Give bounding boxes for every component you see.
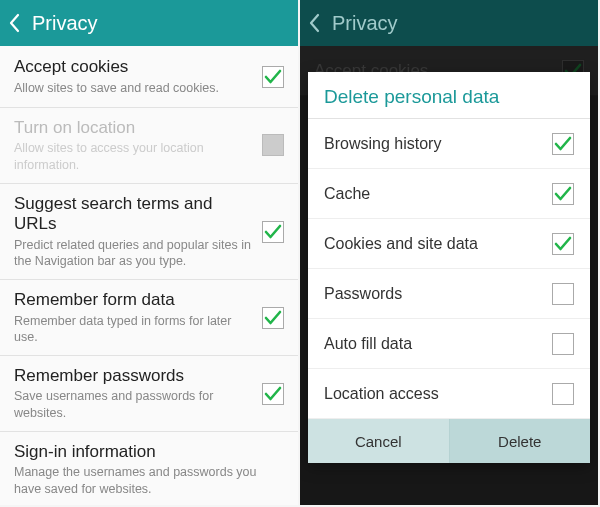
- dialog-item-label: Auto fill data: [324, 335, 412, 353]
- checkbox[interactable]: [262, 221, 284, 243]
- checkbox[interactable]: [552, 133, 574, 155]
- header-title: Privacy: [32, 12, 98, 35]
- privacy-settings-dialog-screen: Privacy Accept cookies Delete personal d…: [300, 0, 598, 505]
- delete-personal-data-dialog: Delete personal data Browsing history Ca…: [308, 72, 590, 463]
- dialog-item-browsing-history[interactable]: Browsing history: [308, 119, 590, 169]
- button-label: Cancel: [355, 433, 402, 450]
- checkbox[interactable]: [262, 307, 284, 329]
- checkbox-disabled: [262, 134, 284, 156]
- setting-subtitle: Manage the usernames and passwords you h…: [14, 464, 276, 497]
- setting-sign-in-information[interactable]: Sign-in information Manage the usernames…: [0, 432, 298, 505]
- cancel-button[interactable]: Cancel: [308, 419, 450, 463]
- dialog-item-label: Browsing history: [324, 135, 441, 153]
- checkbox[interactable]: [552, 383, 574, 405]
- checkbox[interactable]: [552, 233, 574, 255]
- dialog-item-cache[interactable]: Cache: [308, 169, 590, 219]
- setting-title: Accept cookies: [14, 57, 254, 77]
- setting-subtitle: Allow sites to save and read cookies.: [14, 80, 254, 96]
- back-icon: [308, 13, 322, 33]
- dialog-item-label: Location access: [324, 385, 439, 403]
- setting-subtitle: Predict related queries and popular site…: [14, 237, 254, 270]
- setting-title: Suggest search terms and URLs: [14, 194, 254, 235]
- setting-remember-passwords[interactable]: Remember passwords Save usernames and pa…: [0, 356, 298, 432]
- header: Privacy: [0, 0, 298, 46]
- header-title: Privacy: [332, 12, 398, 35]
- setting-title: Remember passwords: [14, 366, 254, 386]
- dialog-item-cookies[interactable]: Cookies and site data: [308, 219, 590, 269]
- checkmark-icon: [264, 310, 282, 326]
- dialog-item-autofill[interactable]: Auto fill data: [308, 319, 590, 369]
- setting-suggest-search[interactable]: Suggest search terms and URLs Predict re…: [0, 184, 298, 280]
- setting-remember-form-data[interactable]: Remember form data Remember data typed i…: [0, 280, 298, 356]
- checkbox[interactable]: [552, 333, 574, 355]
- setting-title: Sign-in information: [14, 442, 276, 462]
- button-label: Delete: [498, 433, 541, 450]
- dialog-buttons: Cancel Delete: [308, 419, 590, 463]
- dialog-item-label: Cookies and site data: [324, 235, 478, 253]
- dialog-item-label: Passwords: [324, 285, 402, 303]
- dialog-item-passwords[interactable]: Passwords: [308, 269, 590, 319]
- delete-button[interactable]: Delete: [450, 419, 591, 463]
- setting-title: Remember form data: [14, 290, 254, 310]
- settings-list: Accept cookies Allow sites to save and r…: [0, 46, 298, 505]
- dialog-title: Delete personal data: [308, 72, 590, 119]
- back-button[interactable]: [8, 13, 22, 33]
- checkmark-icon: [264, 386, 282, 402]
- checkbox[interactable]: [552, 283, 574, 305]
- dialog-item-location-access[interactable]: Location access: [308, 369, 590, 419]
- checkmark-icon: [554, 236, 572, 252]
- back-button: [308, 13, 322, 33]
- setting-subtitle: Allow sites to access your location info…: [14, 140, 254, 173]
- checkbox[interactable]: [262, 66, 284, 88]
- header: Privacy: [300, 0, 598, 46]
- setting-subtitle: Save usernames and passwords for website…: [14, 388, 254, 421]
- checkbox[interactable]: [262, 383, 284, 405]
- back-icon: [8, 13, 22, 33]
- setting-turn-on-location: Turn on location Allow sites to access y…: [0, 108, 298, 184]
- checkmark-icon: [264, 69, 282, 85]
- checkmark-icon: [554, 186, 572, 202]
- privacy-settings-screen: Privacy Accept cookies Allow sites to sa…: [0, 0, 298, 505]
- setting-accept-cookies[interactable]: Accept cookies Allow sites to save and r…: [0, 46, 298, 108]
- setting-title: Turn on location: [14, 118, 254, 138]
- dialog-item-label: Cache: [324, 185, 370, 203]
- checkmark-icon: [554, 136, 572, 152]
- checkbox[interactable]: [552, 183, 574, 205]
- setting-subtitle: Remember data typed in forms for later u…: [14, 313, 254, 346]
- checkmark-icon: [264, 224, 282, 240]
